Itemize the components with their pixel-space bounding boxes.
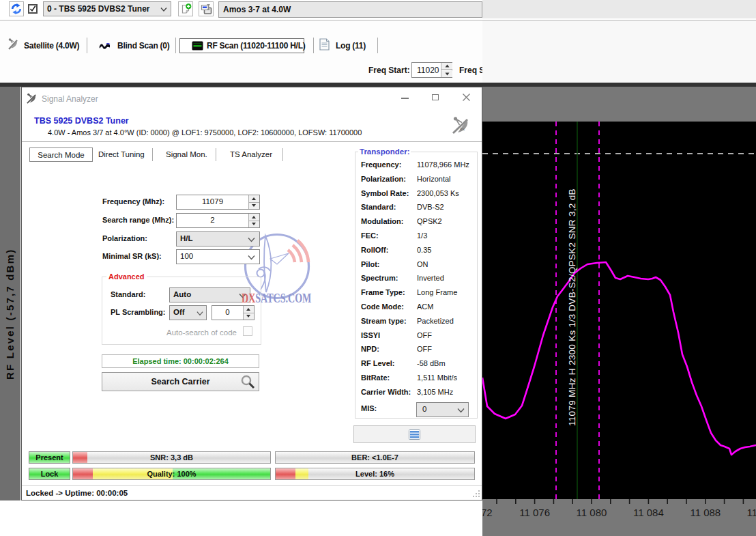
svg-text:11 084: 11 084 [633, 507, 664, 518]
svg-text:11079 MHz H 2300 Ks 1/3 DVB-S2: 11079 MHz H 2300 Ks 1/3 DVB-S2/QPSK2 SNR… [567, 188, 577, 426]
svg-text:11 080: 11 080 [577, 507, 607, 518]
svg-text:11 076: 11 076 [519, 507, 550, 518]
svg-text:11 088: 11 088 [690, 507, 721, 518]
svg-text:dx: dx [460, 127, 465, 131]
svg-text:72: 72 [482, 507, 493, 518]
svg-text:11 092: 11 092 [747, 507, 756, 518]
